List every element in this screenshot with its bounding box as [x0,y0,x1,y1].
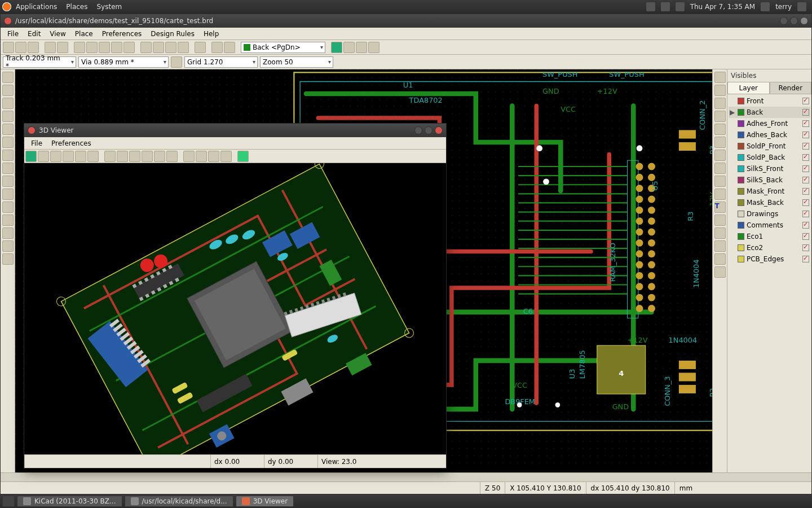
layer-row-comments[interactable]: Comments [729,220,810,231]
layer-visibility-checkbox[interactable] [802,143,809,150]
taskbar-3dviewer[interactable]: 3D Viewer [236,496,294,507]
keyboard-icon[interactable] [646,2,655,11]
move-right-icon[interactable] [196,151,207,162]
add-zone-icon[interactable] [714,137,726,148]
close-icon[interactable] [28,126,36,134]
system-menu[interactable]: System [92,3,126,11]
layer-visibility-checkbox[interactable] [802,177,809,183]
undo-icon[interactable] [86,42,98,53]
move-up-icon[interactable] [208,151,219,162]
menu-place[interactable]: Place [70,30,98,38]
find-icon[interactable] [195,42,206,53]
layer-visibility-checkbox[interactable] [802,120,809,127]
highlight-net-icon[interactable] [714,85,726,96]
add-dimension-icon[interactable] [714,214,726,226]
add-module-icon[interactable] [714,111,726,122]
footprint-icon[interactable] [356,42,367,53]
pcbnew-titlebar[interactable]: /usr/local/kicad/share/demos/test_xil_95… [1,14,811,28]
layer-visibility-checkbox[interactable] [802,132,809,138]
menu-preferences[interactable]: Preferences [98,30,147,38]
layer-visibility-checkbox[interactable] [802,211,809,217]
auto-zone-icon[interactable] [2,163,14,174]
layer-row-soldp_front[interactable]: SoldP_Front [729,141,810,152]
rotate-z-pos-icon[interactable] [166,151,178,162]
polar-icon[interactable] [2,98,14,109]
close-icon[interactable] [4,17,12,25]
module-icon[interactable] [343,42,355,53]
3d-canvas[interactable] [24,163,446,454]
module-editor-icon[interactable] [57,42,68,53]
zoom-redraw-icon[interactable] [87,151,99,162]
layer-row-front[interactable]: Front [729,95,810,107]
layer-visibility-checkbox[interactable] [802,244,809,251]
microwave-icon[interactable] [2,253,14,265]
move-down-icon[interactable] [220,151,232,162]
open-icon[interactable] [15,42,27,53]
horizontal-scrollbar[interactable] [1,472,811,481]
copy-image-icon[interactable] [38,151,49,162]
track-fill-icon[interactable] [2,214,14,226]
cursor-shape-icon[interactable] [2,137,14,148]
rotate-z-neg-icon[interactable] [154,151,165,162]
netlist-icon[interactable] [211,42,223,53]
ratsnest-icon[interactable] [2,150,14,161]
layer-row-back[interactable]: ▶Back [729,107,810,118]
layer-visibility-checkbox[interactable] [802,154,809,161]
rotate-y-pos-icon[interactable] [142,151,153,162]
local-ratsnest-icon[interactable] [714,98,726,109]
power-icon[interactable] [797,2,806,11]
layer-visibility-checkbox[interactable] [802,98,809,104]
add-track-icon[interactable] [714,124,726,135]
add-circle-icon[interactable] [714,176,726,187]
grid-origin-icon[interactable] [714,266,726,278]
show-zones-icon[interactable] [2,176,14,187]
3d-viewer-titlebar[interactable]: 3D Viewer [24,124,446,137]
save-icon[interactable] [28,42,39,53]
volume-icon[interactable] [661,2,670,11]
layer-visibility-checkbox[interactable] [802,256,809,262]
close-icon[interactable] [435,126,443,134]
restore-icon[interactable] [800,17,808,25]
layer-row-adhes_front[interactable]: Adhes_Front [729,118,810,129]
via-size-combo[interactable]: Via 0.889 mm * [78,56,169,68]
layer-row-mask_front[interactable]: Mask_Front [729,186,810,197]
add-arc-icon[interactable] [714,189,726,200]
tab-render[interactable]: Render [770,82,812,94]
3d-viewer-window[interactable]: 3D Viewer File Preferences [24,123,447,468]
3d-viewer-icon[interactable] [331,42,342,53]
layer-row-pcb_edges[interactable]: PCB_Edges [729,253,810,265]
contrast-icon[interactable] [2,227,14,239]
pad-fill-icon[interactable] [2,189,14,200]
layer-row-eco2[interactable]: Eco2 [729,242,810,253]
zoom-out-icon[interactable] [153,42,164,53]
layer-row-silks_front[interactable]: SilkS_Front [729,163,810,174]
taskbar-pcbnew[interactable]: /usr/local/kicad/share/d... [125,496,233,507]
taskbar-kicad[interactable]: KiCad (2011-03-30 BZ... [17,496,122,507]
add-text-icon[interactable]: T [714,202,726,213]
layer-row-silks_back[interactable]: SilkS_Back [729,174,810,186]
drc-off-icon[interactable] [2,72,14,83]
layer-visibility-checkbox[interactable] [802,199,809,206]
tab-layer[interactable]: Layer [727,82,770,94]
layer-row-mask_back[interactable]: Mask_Back [729,197,810,208]
layer-visibility-checkbox[interactable] [802,222,809,229]
zoom-redraw-icon[interactable] [178,42,189,53]
menu-file[interactable]: File [3,30,23,38]
menu-view[interactable]: View [45,30,70,38]
cut-icon[interactable] [74,42,85,53]
add-keepout-icon[interactable] [714,150,726,161]
layer-row-adhes_back[interactable]: Adhes_Back [729,129,810,141]
minimize-icon[interactable] [414,126,422,134]
print-icon[interactable] [111,42,122,53]
zoom-fit-icon[interactable] [165,42,176,53]
drc-icon[interactable] [224,42,235,53]
layer-row-drawings[interactable]: Drawings [729,208,810,220]
menu-help[interactable]: Help [199,30,223,38]
rotate-x-neg-icon[interactable] [104,151,116,162]
zoom-combo[interactable]: Zoom 50 [260,56,333,68]
redo-icon[interactable] [99,42,110,53]
move-left-icon[interactable] [183,151,195,162]
layer-visibility-checkbox[interactable] [802,165,809,172]
grid-toggle-icon[interactable] [2,85,14,96]
layer-visibility-checkbox[interactable] [802,233,809,240]
